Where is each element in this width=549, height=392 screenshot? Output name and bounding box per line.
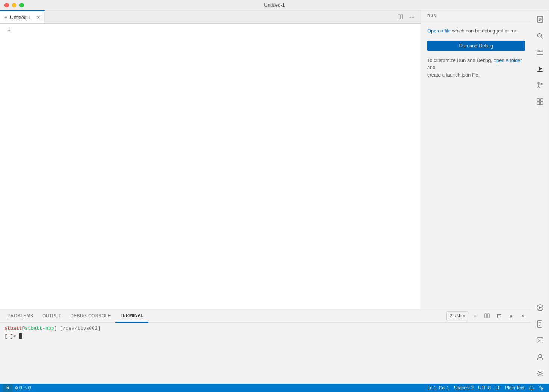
tab-problems[interactable]: PROBLEMS (3, 309, 38, 323)
terminal-path: ] [/dev/ttys002] (54, 326, 101, 331)
run-and-debug-button[interactable]: Run and Debug (427, 41, 525, 51)
cursor-position[interactable]: Ln 1, Col 1 (425, 384, 452, 392)
code-area[interactable] (15, 27, 421, 306)
notifications-button[interactable] (527, 384, 536, 392)
svg-rect-20 (537, 99, 540, 101)
svg-point-18 (538, 87, 539, 88)
language-mode[interactable]: Plain Text (503, 384, 527, 392)
minimize-button[interactable] (12, 3, 16, 7)
svg-rect-23 (540, 102, 543, 105)
split-editor-button[interactable] (395, 12, 406, 21)
terminal-content[interactable]: stbatt@stbatt-mbp] [/dev/ttys002] [~]> (0, 323, 531, 384)
status-right: Ln 1, Col 1 Spaces: 2 UTF-8 LF Plain Tex… (425, 384, 546, 392)
tab-actions: ··· (395, 10, 421, 23)
tab-bar: ≡ Untitled-1 × ··· (0, 10, 421, 24)
tab-terminal[interactable]: TERMINAL (115, 309, 148, 323)
activity-bar (531, 10, 549, 384)
line-ending-indicator[interactable]: LF (493, 384, 503, 392)
bottom-panel: PROBLEMS OUTPUT DEBUG CONSOLE TERMINAL 2… (0, 309, 531, 384)
settings-icon[interactable] (533, 366, 548, 381)
svg-rect-7 (539, 20, 540, 21)
remote-icon[interactable] (533, 45, 548, 60)
content-area: ≡ Untitled-1 × ··· (0, 10, 531, 384)
terminal-prompt: [~]> (4, 333, 19, 339)
svg-marker-25 (539, 307, 542, 309)
warning-icon: ⚠ (23, 385, 27, 391)
window-title: Untitled-1 (264, 2, 285, 8)
terminal-selector[interactable]: 2: zsh ▾ (446, 311, 468, 320)
svg-point-34 (540, 387, 542, 389)
source-control-icon[interactable] (533, 78, 548, 93)
close-panel-button[interactable]: × (518, 311, 528, 320)
svg-marker-14 (539, 66, 542, 71)
svg-rect-0 (398, 15, 400, 19)
maximize-button[interactable] (19, 3, 24, 7)
split-terminal-button[interactable] (482, 311, 492, 320)
svg-rect-1 (401, 15, 403, 19)
svg-rect-3 (487, 314, 489, 318)
encoding-indicator[interactable]: UTF-8 (476, 384, 493, 392)
title-bar: Untitled-1 (0, 0, 549, 10)
customize-suffix: andcreate a launch.json file. (427, 65, 480, 78)
editor-tab-untitled[interactable]: ≡ Untitled-1 × (0, 10, 45, 23)
run-panel: RUN Open a file which can be debugged or… (421, 10, 531, 309)
svg-point-13 (539, 50, 540, 51)
tab-close-button[interactable]: × (37, 14, 40, 20)
run-description-suffix: which can be debugged or run. (451, 28, 519, 34)
run-panel-header: RUN (421, 10, 531, 21)
more-actions-button[interactable]: ··· (407, 12, 418, 21)
editor-content[interactable]: 1 (0, 24, 421, 309)
tab-debug-console[interactable]: DEBUG CONSOLE (66, 309, 115, 323)
chevron-down-icon: ▾ (463, 314, 465, 318)
status-bar: ✕ ⊗ 0 ⚠ 0 Ln 1, Col 1 Spaces: 2 UTF-8 LF… (0, 384, 549, 392)
status-left: ✕ ⊗ 0 ⚠ 0 (3, 384, 33, 392)
play-circle-icon[interactable] (533, 300, 548, 315)
svg-rect-22 (537, 102, 540, 105)
run-customize-text: To customize Run and Debug, open a folde… (427, 57, 525, 79)
panel-tabs: PROBLEMS OUTPUT DEBUG CONSOLE TERMINAL 2… (0, 309, 531, 323)
svg-point-32 (539, 354, 542, 357)
no-folder-button[interactable]: ✕ (3, 384, 12, 392)
tab-output[interactable]: OUTPUT (38, 309, 66, 323)
line-numbers: 1 (0, 27, 15, 306)
panel-up-button[interactable]: ∧ (506, 311, 516, 320)
svg-point-16 (538, 82, 539, 84)
svg-rect-30 (537, 338, 543, 343)
run-panel-body: Open a file which can be debugged or run… (421, 21, 531, 309)
errors-button[interactable]: ⊗ 0 ⚠ 0 (12, 384, 33, 392)
extensions-icon[interactable] (533, 94, 548, 109)
file-icon: ≡ (4, 15, 7, 20)
terminal-icon-sidebar[interactable] (533, 333, 548, 348)
broadcast-button[interactable] (536, 384, 546, 392)
warning-count: 0 (28, 385, 31, 391)
search-icon[interactable] (533, 28, 548, 43)
editor-pane: ≡ Untitled-1 × ··· (0, 10, 421, 309)
spaces-indicator[interactable]: Spaces: 2 (452, 384, 476, 392)
terminal-at: @ (22, 326, 25, 331)
customize-prefix: To customize Run and Debug, (427, 57, 494, 63)
run-debug-icon[interactable] (533, 61, 548, 76)
tab-label: Untitled-1 (10, 15, 31, 20)
open-file-link[interactable]: Open a file (427, 28, 451, 34)
svg-point-17 (541, 83, 542, 85)
open-folder-link[interactable]: open a folder (494, 57, 522, 63)
panel-tab-actions: 2: zsh ▾ + (446, 311, 528, 320)
svg-line-9 (541, 37, 543, 39)
explorer-icon[interactable] (533, 12, 548, 27)
terminal-host: stbatt-mbp (25, 326, 54, 331)
notebook-icon[interactable] (533, 317, 548, 332)
terminal-line: stbatt@stbatt-mbp] [/dev/ttys002] (4, 325, 527, 333)
traffic-lights (4, 3, 24, 7)
error-count: 0 (19, 385, 22, 391)
run-description: Open a file which can be debugged or run… (427, 27, 525, 35)
add-terminal-button[interactable]: + (470, 311, 480, 320)
account-icon[interactable] (533, 349, 548, 364)
terminal-cursor (19, 333, 22, 339)
svg-rect-5 (539, 18, 542, 19)
delete-terminal-button[interactable] (494, 311, 504, 320)
close-button[interactable] (4, 3, 9, 7)
error-icon: ⊗ (15, 385, 18, 391)
svg-rect-15 (537, 71, 543, 72)
svg-rect-6 (539, 19, 542, 20)
editor-section: ≡ Untitled-1 × ··· (0, 10, 531, 309)
